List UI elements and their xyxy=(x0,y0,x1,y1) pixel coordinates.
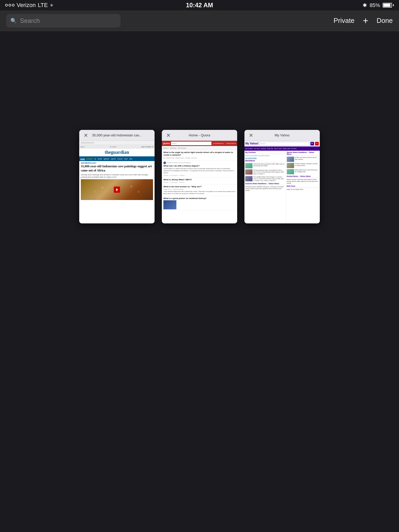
yahoo-animal-1: Robotic drones could help shrimp farms t… xyxy=(287,179,319,184)
yahoo-news-thumb-3 xyxy=(245,176,252,181)
tab-quora[interactable]: ✕ Home - Quora Quora Search... ▲ Notific… xyxy=(162,130,237,223)
carrier-label: Verizon xyxy=(17,2,36,9)
yahoo-nav-geek[interactable]: Geek Tab xyxy=(267,148,273,149)
yahoo-news-text-2: UN job openings surge, yet employers slo… xyxy=(253,169,285,175)
yahoo-sports-title: Sports News Headlines – Yahoo News xyxy=(287,151,319,156)
status-right: ✱ 85% xyxy=(363,2,394,8)
yahoo-rss-text-1: Apple TV and Apple Store... xyxy=(287,189,304,190)
tab-guardian[interactable]: ✕ 35,000 year-old Indonesian cav... Adve… xyxy=(79,130,155,223)
yahoo-news-2: UN job openings surge, yet employers slo… xyxy=(245,169,285,175)
yahoo-sports-text-2: Chinese Olympic champion huntster Liu Xi… xyxy=(295,163,319,168)
yahoo-news-text-3: The credible battery that changes in a m… xyxy=(253,176,285,182)
yahoo-nav-android[interactable]: Android xyxy=(261,148,266,149)
yahoo-nav-tools[interactable]: Yahoo Tools xyxy=(274,148,282,149)
quora-q5-title: What is a good primer on medieval histor… xyxy=(163,197,236,200)
yahoo-science-news: Science News Headlines – Yahoo News By R… xyxy=(245,183,285,191)
yahoo-sports-text-1: At NFL star Demain Shynon due in New Orl… xyxy=(295,157,319,162)
guardian-nav-home: home xyxy=(80,158,85,160)
yahoo-right-column: Sports News Headlines – Yahoo News At NF… xyxy=(286,151,320,223)
tab-quora-close[interactable]: ✕ xyxy=(165,132,172,139)
tab-guardian-close[interactable]: ✕ xyxy=(82,132,89,139)
yahoo-logo: My Yahoo! xyxy=(245,142,258,145)
quora-q3-title: What is Jimmy Wales' MBTI? xyxy=(163,178,236,181)
quora-nav-tabs: Home ▾ Following My Answers xyxy=(162,146,237,150)
yahoo-portfolio-link[interactable]: Go to My Portfolio xyxy=(245,157,285,159)
quora-q5-image xyxy=(163,200,176,209)
yahoo-main: My Portfolio Track your portfolios and s… xyxy=(244,151,320,223)
signal-dots xyxy=(5,4,15,6)
yahoo-search[interactable]: Search xyxy=(260,142,309,145)
yahoo-search-button[interactable]: 🔍 xyxy=(310,142,314,145)
yahoo-sports-2: Chinese Olympic champion huntster Liu Xi… xyxy=(287,163,319,168)
quora-tab-following[interactable]: Following xyxy=(170,147,176,149)
yahoo-sports-thumb-3 xyxy=(287,169,294,174)
tab-yahoo-close[interactable]: ✕ xyxy=(248,132,254,139)
private-button[interactable]: Private xyxy=(334,17,355,25)
guardian-nav-science: science xyxy=(87,158,93,160)
network-icon: ✳ xyxy=(50,3,53,8)
yahoo-sports-section: Sports News Headlines – Yahoo News At NF… xyxy=(287,151,319,174)
guardian-subheadline: Ghostly hand markings and animals in Sul… xyxy=(79,174,155,179)
yahoo-nav-ios[interactable]: iOS news xyxy=(254,148,260,149)
quora-add-question[interactable]: + Add Question xyxy=(225,143,236,144)
quora-q2-answer: Unfortunately our grade education system… xyxy=(163,168,236,174)
toolbar-right: Private + Done xyxy=(334,15,393,26)
quora-q1-title: What is the angle by which light should … xyxy=(163,151,236,157)
guardian-section: Anthropology xyxy=(79,161,155,164)
new-tab-button[interactable]: + xyxy=(363,15,368,26)
quora-search[interactable]: Search... xyxy=(171,142,211,145)
quora-notifications: ▲ Notifications xyxy=(213,143,224,144)
status-time: 10:42 AM xyxy=(186,2,213,9)
quora-logo: Quora xyxy=(163,142,170,145)
quora-q3-stats: Upvote · 1 Comment · 2 Share xyxy=(163,182,236,183)
yahoo-sports-1: At NFL star Demain Shynon due in New Orl… xyxy=(287,157,319,162)
status-left: Verizon LTE ✳ xyxy=(5,2,53,9)
guardian-nav-us: us xyxy=(94,158,96,160)
yahoo-animal-title: Animal News – Yahoo News xyxy=(287,175,319,178)
signal-dot-1 xyxy=(5,4,8,6)
yahoo-sports-3: Wales fights back to beat Wisconsin for … xyxy=(287,169,319,174)
yahoo-science-text-1: By Robert Esteve GENDEX (Reuters) - Over… xyxy=(245,186,285,191)
quora-q2-stats: Upvote · 0 Comment · 0 Share xyxy=(163,175,236,176)
quora-q1-meta: By D'Neal Africa, Mathematics, Google, a… xyxy=(163,157,236,159)
yahoo-science-title: Science News Headlines – Yahoo News xyxy=(245,183,285,185)
quora-q4-title: What is the best answer to: "Why me?" xyxy=(163,185,236,188)
tab-yahoo-title: My Yahoo xyxy=(256,133,308,137)
quora-tab-home[interactable]: Home ▾ xyxy=(163,147,168,149)
guardian-nav-arts: arts xyxy=(129,158,132,160)
yahoo-nav: My Portfolio iOS news Android Geek Tab Y… xyxy=(244,147,320,151)
tab-yahoo[interactable]: ✕ My Yahoo My Yahoo! Search 🔍 ✉ xyxy=(244,130,320,223)
bluetooth-icon: ✱ xyxy=(363,2,367,8)
guardian-nav-tech: tech xyxy=(124,158,128,160)
guardian-logo: theguardian xyxy=(79,150,155,155)
tab-quora-title: Home - Quora xyxy=(173,133,226,137)
yahoo-rss-section: RSS Feed Apple TV and Apple Store... xyxy=(287,185,319,190)
quora-q2-title: What can I do with a history degree? xyxy=(163,165,236,167)
tab-yahoo-content: My Yahoo! Search 🔍 ✉ My Portfolio iOS ne… xyxy=(244,141,320,223)
quora-q2-meta: Rachel Einstein, Apr 12 and others... xyxy=(167,162,192,163)
status-bar: Verizon LTE ✳ 10:42 AM ✱ 85% xyxy=(0,0,399,10)
search-bar[interactable]: 🔍 Search xyxy=(6,14,121,28)
search-input-placeholder: Search xyxy=(20,17,40,24)
quora-tab-followers[interactable]: My Answers xyxy=(178,147,186,149)
yahoo-news-thumb-1 xyxy=(245,163,252,168)
yahoo-maclonews: MaclaNews Unfortunate going publicals to… xyxy=(245,160,285,182)
yahoo-nav-mynew[interactable]: My New xyxy=(291,148,297,149)
tab-yahoo-header: ✕ My Yahoo xyxy=(244,130,320,141)
tab-guardian-header: ✕ 35,000 year-old Indonesian cav... xyxy=(79,130,155,141)
tab-guardian-content: Advertisement sign in 🔍 search jobs 15 e… xyxy=(79,141,155,223)
yahoo-animal-section: Animal News – Yahoo News Robotic drones … xyxy=(287,175,319,184)
quora-question-4: What is the best answer to: "Why me?" Ra… xyxy=(162,184,237,196)
quora-q5-image-area xyxy=(163,200,236,209)
done-button[interactable]: Done xyxy=(377,17,393,25)
signal-dot-2 xyxy=(9,4,11,6)
yahoo-nav-new[interactable]: What's New xyxy=(283,148,290,149)
yahoo-mail-icon[interactable]: ✉ xyxy=(315,142,319,145)
signal-dot-3 xyxy=(12,4,15,6)
quora-questions-list: What is the angle by which light should … xyxy=(162,150,237,223)
quora-q2-avatar xyxy=(163,162,166,164)
yahoo-nav-portfolio[interactable]: My Portfolio xyxy=(245,148,253,149)
yahoo-news-1: Unfortunate going publicals to $9.5 bill… xyxy=(245,163,285,168)
yahoo-maclonews-title: MaclaNews xyxy=(245,160,285,162)
yahoo-animal-text-1: Robotic drones could help shrimp farms t… xyxy=(287,179,319,184)
